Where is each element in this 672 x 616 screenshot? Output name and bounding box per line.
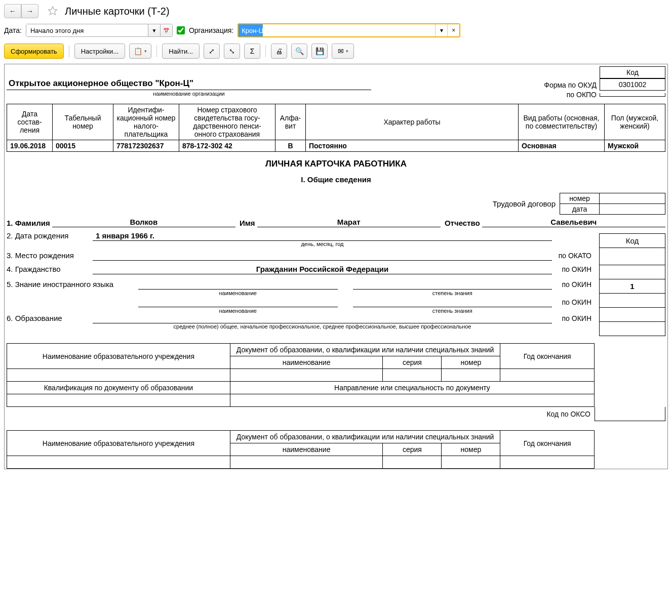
- code-header: Код: [600, 67, 665, 78]
- okpo-code: [600, 93, 665, 96]
- org-input[interactable]: [239, 24, 435, 36]
- education-table-2: Наименование образовательного учреждения…: [7, 430, 595, 469]
- code-column: Код 1: [599, 233, 665, 336]
- page-title: Личные карточки (Т-2): [65, 6, 170, 17]
- birth-date: 1 января 1966 г.: [93, 231, 552, 241]
- find-button[interactable]: Найти...: [162, 44, 200, 59]
- surname-value: Волков: [52, 218, 235, 227]
- name-value: Марат: [257, 218, 441, 227]
- contract-label: Трудовой договор: [493, 199, 560, 208]
- org-checkbox[interactable]: [177, 26, 185, 34]
- date-dropdown-button[interactable]: ▼: [148, 24, 160, 36]
- okud-code: 0301002: [600, 79, 665, 90]
- back-button[interactable]: ←: [4, 4, 21, 18]
- section-title: I. Общие сведения: [7, 175, 665, 184]
- org-name-sub: наименование организации: [7, 91, 371, 97]
- preview-button[interactable]: 🔍: [291, 44, 307, 59]
- collapse-groups-button[interactable]: ⤡: [224, 44, 240, 59]
- favorite-icon[interactable]: [47, 5, 59, 17]
- settings-button[interactable]: Настройки...: [74, 44, 126, 59]
- org-label: Организация:: [189, 26, 233, 34]
- paste-button[interactable]: 📋: [129, 44, 151, 59]
- okpo-label: по ОКПО: [529, 91, 600, 99]
- contract-table: номер дата: [560, 193, 665, 215]
- okso-label: Код по ОКСО: [542, 408, 595, 420]
- date-calendar-button[interactable]: 📅: [160, 24, 172, 36]
- citizenship: Гражданин Российской Федерации: [93, 265, 552, 274]
- save-button[interactable]: 💾: [311, 44, 328, 59]
- forward-button[interactable]: →: [21, 4, 38, 18]
- table-row: 19.06.2018 00015 778172302637 878-172-30…: [7, 140, 665, 152]
- doc-title: ЛИЧНАЯ КАРТОЧКА РАБОТНИКА: [7, 159, 665, 169]
- org-clear-button[interactable]: ×: [447, 24, 459, 36]
- sum-button[interactable]: Σ: [244, 44, 260, 59]
- okso-box: [595, 407, 665, 421]
- report-area: Код Форма по ОКУД 0301002 по ОКПО Открыт…: [4, 64, 668, 469]
- date-label: Дата:: [4, 26, 22, 34]
- expand-groups-button[interactable]: ⤢: [204, 44, 220, 59]
- patronymic-value: Савельевич: [482, 218, 665, 227]
- header-table: Дата состав-ления Табельный номер Иденти…: [7, 104, 665, 152]
- email-button[interactable]: ✉: [332, 44, 354, 59]
- print-button[interactable]: 🖨: [271, 44, 287, 59]
- okud-label: Форма по ОКУД: [529, 81, 600, 89]
- org-name: Открытое акционерное общество "Крон-Ц": [7, 78, 371, 90]
- org-dropdown-button[interactable]: ▾: [435, 24, 447, 36]
- education-table-1: Наименование образовательного учреждения…: [7, 343, 595, 407]
- generate-button[interactable]: Сформировать: [4, 44, 64, 59]
- date-input[interactable]: [26, 24, 148, 36]
